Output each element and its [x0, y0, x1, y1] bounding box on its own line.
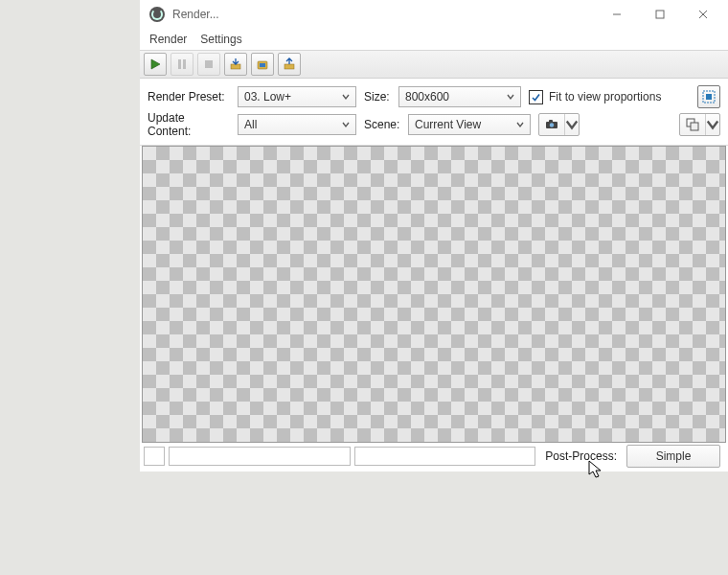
- render-preset-label: Render Preset:: [148, 90, 230, 104]
- controls-panel: Render Preset: 03. Low+ Size: 800x600 Fi…: [140, 79, 728, 146]
- update-content-value: All: [244, 118, 342, 131]
- render-canvas[interactable]: [142, 146, 726, 443]
- chevron-down-icon: [706, 114, 719, 135]
- update-content-label: Update Content:: [148, 111, 230, 138]
- svg-marker-1: [151, 59, 160, 69]
- post-process-button[interactable]: Simple: [626, 445, 720, 468]
- pause-render-button[interactable]: [171, 53, 193, 76]
- maximize-button[interactable]: [638, 0, 681, 29]
- window-title: Render...: [172, 8, 219, 21]
- scene-value: Current View: [415, 118, 516, 131]
- svg-rect-3: [183, 59, 186, 69]
- scene-select[interactable]: Current View: [408, 114, 531, 135]
- render-canvas-container: [140, 146, 728, 443]
- menu-render[interactable]: Render: [149, 33, 187, 46]
- svg-rect-8: [284, 64, 294, 69]
- fit-proportions-label: Fit to view proportions: [549, 90, 661, 104]
- clone-view-split-button[interactable]: [679, 113, 720, 136]
- svg-rect-2: [178, 59, 181, 69]
- minimize-button[interactable]: [595, 0, 638, 29]
- chevron-down-icon: [342, 121, 350, 128]
- stop-render-button[interactable]: [197, 53, 220, 76]
- toolbar: [140, 50, 728, 79]
- status-text-1: [169, 447, 351, 466]
- svg-rect-12: [549, 120, 553, 123]
- svg-rect-10: [706, 94, 712, 100]
- render-window: Render... Render Settings Render Prese: [140, 0, 728, 472]
- camera-split-button[interactable]: [538, 113, 580, 136]
- chevron-down-icon: [516, 121, 524, 128]
- statusbar: Post-Process: Simple: [140, 443, 728, 472]
- svg-point-13: [550, 123, 554, 126]
- render-preset-value: 03. Low+: [244, 90, 342, 104]
- render-preset-select[interactable]: 03. Low+: [238, 86, 356, 107]
- close-button[interactable]: [681, 0, 724, 29]
- app-icon: [149, 7, 165, 22]
- region-select-button[interactable]: [697, 85, 720, 108]
- post-process-label: Post-Process:: [545, 449, 617, 463]
- titlebar: Render...: [140, 0, 728, 29]
- chevron-down-icon: [507, 93, 514, 101]
- scene-label: Scene:: [364, 118, 400, 131]
- size-label: Size:: [364, 90, 391, 104]
- update-content-select[interactable]: All: [238, 114, 356, 135]
- svg-rect-15: [691, 123, 698, 130]
- chevron-down-icon: [342, 93, 350, 101]
- fit-proportions-checkbox[interactable]: Fit to view proportions: [529, 90, 661, 104]
- svg-rect-7: [260, 63, 265, 67]
- start-render-button[interactable]: [144, 53, 167, 76]
- status-text-2: [354, 447, 536, 466]
- export-image-button[interactable]: [278, 53, 301, 76]
- size-value: 800x600: [405, 90, 507, 104]
- open-image-button[interactable]: [251, 53, 274, 76]
- post-process-button-label: Simple: [656, 449, 692, 463]
- checkbox-box: [529, 90, 543, 104]
- camera-icon: [539, 114, 565, 135]
- save-image-button[interactable]: [224, 53, 247, 76]
- menubar: Render Settings: [140, 29, 728, 50]
- menu-settings[interactable]: Settings: [200, 33, 241, 46]
- size-select[interactable]: 800x600: [398, 86, 521, 107]
- status-indicator: [144, 447, 165, 466]
- svg-rect-0: [656, 11, 664, 18]
- clone-view-icon: [680, 114, 706, 135]
- chevron-down-icon: [565, 114, 579, 135]
- svg-rect-4: [205, 60, 213, 68]
